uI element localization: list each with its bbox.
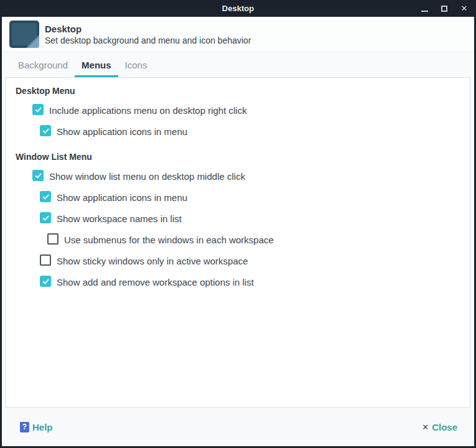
checkbox-checked-icon[interactable] (40, 125, 51, 136)
window-controls: ✕ (420, 0, 469, 17)
header-text: Desktop Set desktop background and menu … (45, 23, 251, 46)
section-heading: Desktop Menu (16, 86, 460, 96)
dialog-header: Desktop Set desktop background and menu … (2, 17, 474, 52)
checkbox-unchecked-icon[interactable] (47, 233, 58, 245)
page-subtitle: Set desktop background and menu and icon… (45, 35, 251, 46)
window-title: Desktop (222, 4, 254, 13)
checkbox-row: Show application icons in menu (40, 125, 460, 146)
tab-menus[interactable]: Menus (75, 52, 118, 77)
titlebar: Desktop ✕ (0, 0, 476, 17)
desktop-icon (9, 21, 39, 48)
checkbox-row: Include applications menu on desktop rig… (32, 104, 460, 125)
tab-icons[interactable]: Icons (118, 52, 154, 77)
checkbox-label[interactable]: Show workspace names in list (57, 212, 182, 225)
maximize-button[interactable] (440, 4, 449, 13)
checkbox-row: Show application icons in menu (40, 191, 460, 212)
checkbox-checked-icon[interactable] (40, 191, 51, 202)
checkbox-label[interactable]: Use submenus for the windows in each wor… (64, 233, 274, 246)
checkbox-label[interactable]: Show application icons in menu (57, 125, 187, 138)
checkbox-row: Use submenus for the windows in each wor… (47, 233, 460, 254)
minimize-icon (421, 11, 428, 12)
settings-section: Window List MenuShow window list menu on… (16, 152, 460, 297)
close-button[interactable]: ✕ Close (422, 422, 457, 432)
checkbox-row: Show workspace names in list (40, 212, 460, 233)
dialog-footer: ? Help ✕ Close (2, 408, 474, 446)
desktop-settings-dialog: Desktop Set desktop background and menu … (2, 17, 474, 446)
checkbox-checked-icon[interactable] (40, 276, 51, 287)
checkbox-row: Show window list menu on desktop middle … (32, 170, 460, 191)
checkbox-label[interactable]: Show sticky windows only in active works… (57, 254, 248, 267)
checkbox-label[interactable]: Show add and remove workspace options in… (57, 276, 254, 288)
checkbox-row: Show add and remove workspace options in… (40, 276, 460, 297)
page-title: Desktop (45, 23, 251, 35)
checkbox-checked-icon[interactable] (40, 212, 51, 223)
maximize-icon (441, 6, 447, 12)
window-close-icon: ✕ (461, 4, 468, 12)
checkbox-checked-icon[interactable] (32, 170, 44, 181)
checkbox-label[interactable]: Show window list menu on desktop middle … (49, 170, 245, 182)
section-heading: Window List Menu (16, 152, 460, 162)
help-icon: ? (20, 422, 29, 432)
tab-bar: BackgroundMenusIcons (2, 52, 474, 77)
settings-panel: Desktop MenuInclude applications menu on… (6, 77, 470, 408)
checkbox-label[interactable]: Show application icons in menu (57, 191, 187, 203)
checkbox-unchecked-icon[interactable] (40, 254, 51, 266)
window-close-button[interactable]: ✕ (460, 4, 469, 13)
close-icon: ✕ (422, 422, 429, 432)
checkbox-label[interactable]: Include applications menu on desktop rig… (49, 104, 247, 116)
help-button-label: Help (32, 422, 53, 432)
minimize-button[interactable] (420, 4, 429, 13)
help-button[interactable]: ? Help (20, 422, 53, 432)
checkbox-row: Show sticky windows only in active works… (40, 254, 460, 276)
checkbox-checked-icon[interactable] (32, 104, 44, 115)
close-button-label: Close (432, 422, 457, 432)
tab-background[interactable]: Background (11, 52, 75, 77)
settings-section: Desktop MenuInclude applications menu on… (16, 86, 460, 146)
